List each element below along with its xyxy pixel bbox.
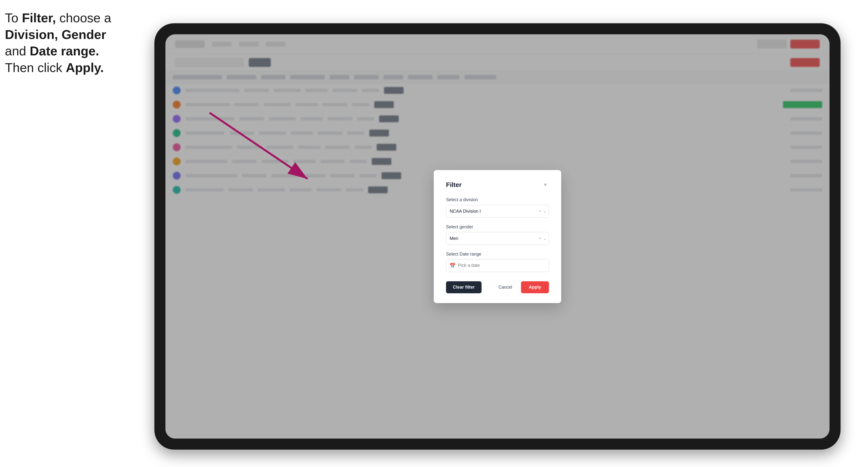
date-input-wrapper[interactable]: 📅 <box>446 259 549 272</box>
modal-footer-right: Cancel Apply <box>494 281 549 293</box>
modal-title: Filter <box>446 181 462 189</box>
clear-filter-button[interactable]: Clear filter <box>446 281 482 293</box>
filter-modal: Filter × Select a division NCAA Division… <box>434 170 561 303</box>
gender-select-wrapper[interactable]: Men Women × ⌄ <box>446 232 549 245</box>
tablet-device: Filter × Select a division NCAA Division… <box>154 23 841 449</box>
close-icon: × <box>544 182 547 188</box>
tablet-screen: Filter × Select a division NCAA Division… <box>165 34 830 439</box>
modal-header: Filter × <box>446 181 549 189</box>
cancel-button[interactable]: Cancel <box>494 281 517 293</box>
division-form-group: Select a division NCAA Division I NCAA D… <box>446 197 549 218</box>
instruction-text: To Filter, choose a Division, Gender and… <box>5 10 147 76</box>
gender-select[interactable]: Men Women <box>446 232 549 245</box>
modal-overlay: Filter × Select a division NCAA Division… <box>165 34 830 439</box>
gender-label: Select gender <box>446 224 549 229</box>
date-label: Select Date range <box>446 252 549 257</box>
gender-form-group: Select gender Men Women × ⌄ <box>446 224 549 245</box>
modal-footer: Clear filter Cancel Apply <box>446 281 549 293</box>
apply-button[interactable]: Apply <box>521 281 549 293</box>
date-input[interactable] <box>446 259 549 272</box>
division-clear-icon[interactable]: × <box>539 209 541 213</box>
gender-clear-icon[interactable]: × <box>539 236 541 241</box>
date-form-group: Select Date range 📅 <box>446 252 549 272</box>
division-select[interactable]: NCAA Division I NCAA Division II NCAA Di… <box>446 205 549 218</box>
division-select-wrapper[interactable]: NCAA Division I NCAA Division II NCAA Di… <box>446 205 549 218</box>
calendar-icon: 📅 <box>450 263 456 269</box>
division-label: Select a division <box>446 197 549 203</box>
modal-close-button[interactable]: × <box>541 181 549 188</box>
